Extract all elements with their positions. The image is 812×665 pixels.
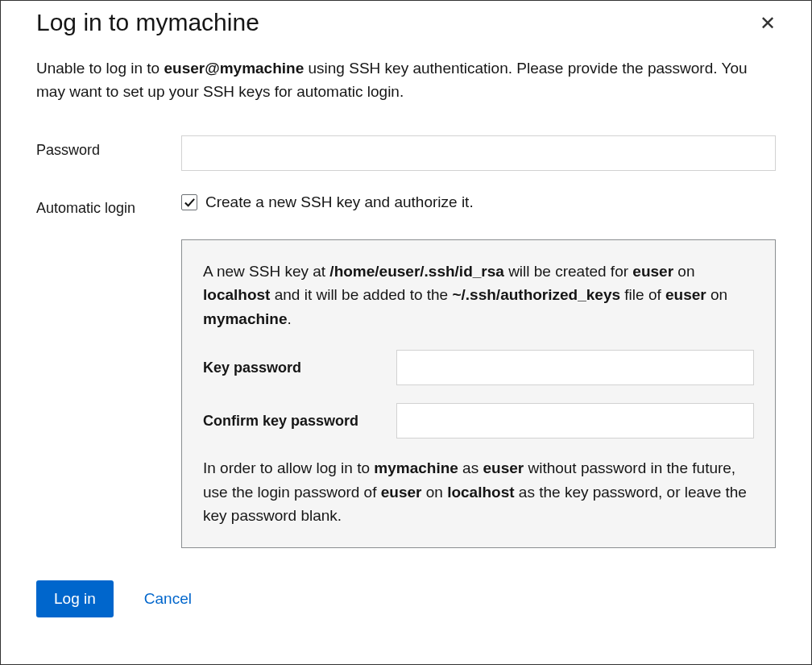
key-password-label: Key password [203, 360, 396, 376]
password-label: Password [36, 135, 181, 159]
desc-pre: Unable to log in to [36, 60, 164, 77]
cancel-button[interactable]: Cancel [144, 590, 192, 608]
key-password-input[interactable] [396, 350, 754, 385]
ssh-key-info-text-2: In order to allow log in to mymachine as… [203, 456, 754, 527]
login-button[interactable]: Log in [36, 580, 114, 617]
dialog-description: Unable to log in to euser@mymachine usin… [36, 57, 776, 103]
password-input[interactable] [181, 135, 776, 171]
create-ssh-key-checkbox-label[interactable]: Create a new SSH key and authorize it. [205, 193, 474, 211]
ssh-key-info-text-1: A new SSH key at /home/euser/.ssh/id_rsa… [203, 260, 754, 330]
checkmark-icon [184, 197, 196, 209]
confirm-key-password-label: Confirm key password [203, 413, 396, 430]
close-icon[interactable]: ✕ [760, 9, 776, 33]
create-ssh-key-checkbox[interactable] [181, 194, 197, 210]
desc-user-host: euser@mymachine [164, 60, 304, 77]
ssh-key-info-panel: A new SSH key at /home/euser/.ssh/id_rsa… [181, 239, 776, 548]
confirm-key-password-input[interactable] [396, 403, 754, 438]
dialog-title: Log in to mymachine [36, 9, 259, 36]
automatic-login-label: Automatic login [36, 193, 181, 217]
